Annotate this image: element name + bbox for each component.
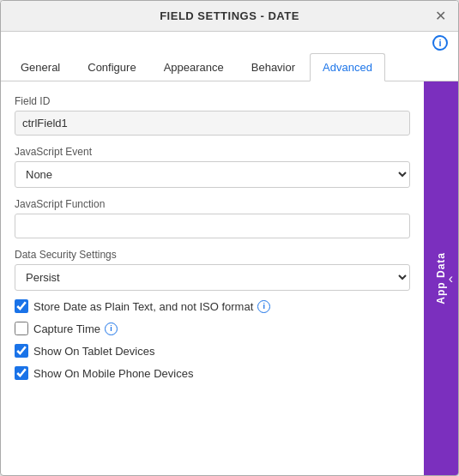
main-content: Field ID JavaScript Event None JavaScrip…	[1, 81, 424, 475]
checkbox-show-tablet-row: Show On Tablet Devices	[15, 344, 410, 358]
tabs-container: General Configure Appearance Behavior Ad…	[1, 52, 458, 81]
field-id-label: Field ID	[15, 95, 410, 107]
info-row: i	[1, 32, 458, 52]
tab-general[interactable]: General	[8, 53, 73, 81]
close-button[interactable]: ✕	[432, 8, 450, 25]
capture-time-info-icon[interactable]: i	[105, 322, 118, 335]
checkbox-store-date-row: Store Date as Plain Text, and not ISO fo…	[15, 299, 410, 313]
capture-time-label: Capture Time i	[33, 322, 118, 335]
info-icon[interactable]: i	[432, 35, 448, 51]
capture-time-checkbox[interactable]	[15, 322, 28, 335]
checkbox-capture-time-row: Capture Time i	[15, 322, 410, 335]
data-security-label: Data Security Settings	[15, 249, 410, 261]
js-event-select[interactable]: None	[15, 161, 410, 188]
tab-configure[interactable]: Configure	[75, 53, 148, 81]
show-tablet-label: Show On Tablet Devices	[33, 345, 154, 358]
tab-advanced[interactable]: Advanced	[310, 53, 385, 81]
show-mobile-checkbox[interactable]	[15, 366, 28, 380]
data-security-select[interactable]: Persist	[15, 264, 410, 291]
field-settings-dialog: FIELD SETTINGS - DATE ✕ i General Config…	[0, 0, 459, 476]
app-data-sidebar[interactable]: ‹ App Data	[424, 81, 458, 475]
store-date-checkbox[interactable]	[15, 299, 28, 313]
js-function-label: JavaScript Function	[15, 198, 410, 210]
js-function-input[interactable]	[15, 214, 410, 238]
checkbox-show-mobile-row: Show On Mobile Phone Devices	[15, 366, 410, 380]
side-panel-wrapper: Field ID JavaScript Event None JavaScrip…	[1, 81, 458, 475]
field-id-input[interactable]	[15, 111, 410, 136]
title-bar: FIELD SETTINGS - DATE ✕	[1, 1, 458, 32]
show-tablet-checkbox[interactable]	[15, 344, 28, 358]
js-event-label: JavaScript Event	[15, 146, 410, 158]
store-date-info-icon[interactable]: i	[257, 300, 270, 313]
dialog-title: FIELD SETTINGS - DATE	[160, 9, 299, 22]
tab-behavior[interactable]: Behavior	[239, 53, 308, 81]
tab-appearance[interactable]: Appearance	[151, 53, 237, 81]
app-data-label: App Data	[435, 252, 447, 304]
store-date-label: Store Date as Plain Text, and not ISO fo…	[33, 300, 270, 313]
app-data-chevron: ‹	[449, 271, 453, 286]
show-mobile-label: Show On Mobile Phone Devices	[33, 367, 193, 380]
